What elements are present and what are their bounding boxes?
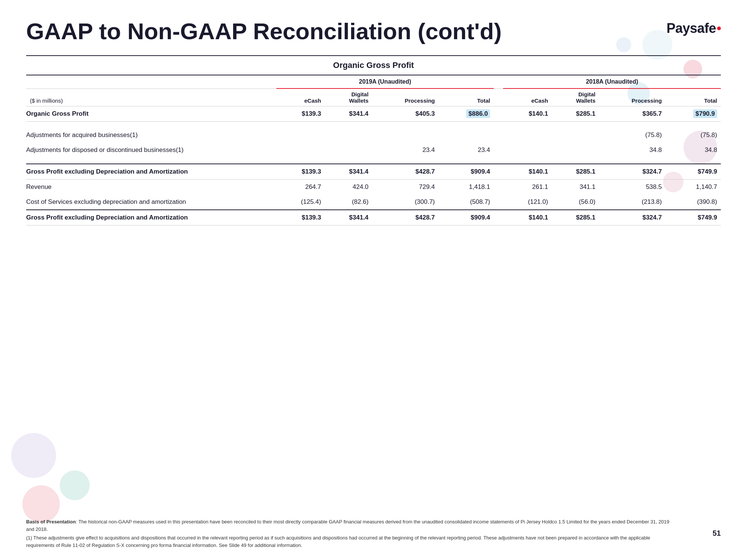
col-header-row: ($ in millions) eCash DigitalWallets Pro… [26, 88, 721, 106]
row-value [494, 143, 503, 158]
table-row: Cost of Services excluding depreciation … [26, 195, 721, 210]
row-value: 261.1 [503, 180, 552, 195]
row-value: $749.9 [666, 210, 721, 225]
row-value: 538.5 [599, 180, 666, 195]
page-number: 51 [713, 529, 721, 538]
spacer-header [494, 75, 503, 88]
reconciliation-table: 2019A (Unaudited) 2018A (Unaudited) ($ i… [26, 75, 721, 225]
table-row: Organic Gross Profit$139.3$341.4$405.3$8… [26, 106, 721, 122]
row-value: (508.7) [438, 195, 494, 210]
row-value: 1,418.1 [438, 180, 494, 195]
row-value: $428.7 [372, 210, 439, 225]
table-row: Gross Profit excluding Depreciation and … [26, 164, 721, 180]
basis-content: : The historical non-GAAP measures used … [26, 519, 669, 532]
year-2019-header: 2019A (Unaudited) [276, 75, 494, 88]
row-value: $140.1 [503, 106, 552, 122]
row-value [325, 128, 372, 143]
row-value: $285.1 [552, 210, 599, 225]
year-header-row: 2019A (Unaudited) 2018A (Unaudited) [26, 75, 721, 88]
row-label: Revenue [26, 180, 276, 195]
total-2018-header: Total [666, 88, 721, 106]
row-value: 341.1 [552, 180, 599, 195]
row-value [494, 180, 503, 195]
row-value: $285.1 [552, 106, 599, 122]
basis-text: Basis of Presentation: The historical no… [26, 518, 672, 533]
row-value [276, 143, 325, 158]
processing-2018-header: Processing [599, 88, 666, 106]
row-value [552, 128, 599, 143]
basis-label: Basis of Presentation [26, 519, 76, 525]
row-value: $139.3 [276, 210, 325, 225]
row-value: $886.0 [438, 106, 494, 122]
row-value: $341.4 [325, 106, 372, 122]
page-title: GAAP to Non-GAAP Reconciliation (cont'd) [26, 19, 502, 44]
digital-2019-header: DigitalWallets [325, 88, 372, 106]
processing-2019-header: Processing [372, 88, 439, 106]
year-2018-header: 2018A (Unaudited) [503, 75, 721, 88]
row-value: $324.7 [599, 210, 666, 225]
row-value: (125.4) [276, 195, 325, 210]
row-value [503, 128, 552, 143]
spacer-row [26, 158, 721, 164]
row-value [494, 210, 503, 225]
currency-note-header: ($ in millions) [26, 88, 276, 106]
row-label: Gross Profit excluding Depreciation and … [26, 210, 276, 225]
row-value: $139.3 [276, 164, 325, 180]
row-value: (213.8) [599, 195, 666, 210]
logo: Paysafe [666, 21, 721, 36]
row-value: $428.7 [372, 164, 439, 180]
row-value: (121.0) [503, 195, 552, 210]
row-value: 34.8 [599, 143, 666, 158]
header: GAAP to Non-GAAP Reconciliation (cont'd)… [26, 19, 721, 44]
row-value: 1,140.7 [666, 180, 721, 195]
row-value: (75.8) [599, 128, 666, 143]
row-value: (75.8) [666, 128, 721, 143]
footnotes: Basis of Presentation: The historical no… [26, 518, 672, 549]
row-value: $285.1 [552, 164, 599, 180]
row-value [325, 143, 372, 158]
row-value: $365.7 [599, 106, 666, 122]
row-value: (390.8) [666, 195, 721, 210]
total-2019-header: Total [438, 88, 494, 106]
row-value: $749.9 [666, 164, 721, 180]
row-value: $909.4 [438, 210, 494, 225]
row-label: Adjustments for disposed or discontinued… [26, 143, 276, 158]
row-value [494, 128, 503, 143]
row-value: 34.8 [666, 143, 721, 158]
decor-circle-8 [60, 470, 90, 500]
row-value [552, 143, 599, 158]
row-value [503, 143, 552, 158]
spacer-row [26, 122, 721, 128]
spacer-col-header [494, 88, 503, 106]
row-value: $790.9 [666, 106, 721, 122]
row-label: Cost of Services excluding depreciation … [26, 195, 276, 210]
row-value [494, 164, 503, 180]
table-row: Gross Profit excluding Depreciation and … [26, 210, 721, 225]
row-value: $341.4 [325, 210, 372, 225]
row-value: $140.1 [503, 210, 552, 225]
ecash-2019-header: eCash [276, 88, 325, 106]
row-value: 23.4 [438, 143, 494, 158]
row-value [372, 128, 439, 143]
row-value [494, 106, 503, 122]
note1-text: (1) These adjustments give effect to acq… [26, 534, 672, 549]
row-label: Adjustments for acquired businesses(1) [26, 128, 276, 143]
logo-text: Paysafe [666, 21, 716, 36]
row-value: $139.3 [276, 106, 325, 122]
row-value: (82.6) [325, 195, 372, 210]
row-value: (300.7) [372, 195, 439, 210]
row-value [438, 128, 494, 143]
row-value: $909.4 [438, 164, 494, 180]
row-label: Organic Gross Profit [26, 106, 276, 122]
row-value: 23.4 [372, 143, 439, 158]
row-label: Gross Profit excluding Depreciation and … [26, 164, 276, 180]
table-row: Adjustments for disposed or discontinued… [26, 143, 721, 158]
digital-2018-header: DigitalWallets [552, 88, 599, 106]
ecash-2018-header: eCash [503, 88, 552, 106]
table-row: Adjustments for acquired businesses(1)(7… [26, 128, 721, 143]
row-value: 264.7 [276, 180, 325, 195]
table-title: Organic Gross Profit [26, 55, 721, 75]
decor-circle-7 [11, 433, 56, 478]
row-value: (56.0) [552, 195, 599, 210]
logo-dot [717, 27, 721, 30]
